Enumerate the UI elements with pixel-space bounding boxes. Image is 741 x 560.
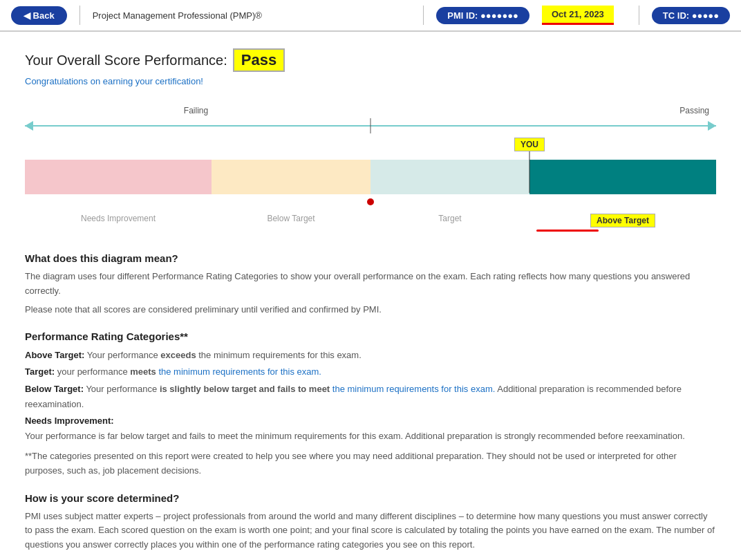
score-diagram: Failing Passing YOU Needs Improv bbox=[25, 106, 716, 232]
tc-id-label: TC ID: ●●●●● bbox=[652, 7, 730, 24]
arrow-left-icon bbox=[25, 121, 33, 131]
you-line bbox=[529, 151, 530, 193]
header-divider2 bbox=[423, 6, 424, 25]
score-section-title: How is your score determined? bbox=[25, 492, 716, 504]
rating-needs-improvement-text: Your performance is far below target and… bbox=[25, 431, 685, 441]
arrow-bar-container bbox=[25, 118, 716, 133]
score-dot bbox=[367, 198, 374, 205]
rating-below-target-rest: the minimum requirements for this exam. bbox=[330, 384, 495, 394]
title-row: Your Overall Score Performance: Pass bbox=[25, 48, 716, 72]
subtitle: Congratulations on earning your certific… bbox=[25, 76, 716, 86]
rating-needs-improvement: Needs Improvement: Your performance is f… bbox=[25, 413, 716, 444]
perf-labels: Needs Improvement Below Target Target Ab… bbox=[25, 214, 716, 232]
back-button[interactable]: ◀ Back bbox=[11, 6, 67, 25]
label-below-target: Below Target bbox=[212, 214, 370, 232]
axis-pass-label: Passing bbox=[367, 106, 716, 115]
rating-above-target-bold: exceeds bbox=[160, 350, 196, 360]
rating-section: Performance Rating Categories** Above Ta… bbox=[25, 330, 716, 478]
above-target-underline bbox=[536, 230, 599, 232]
exam-name: Project Management Professional (PMP)® bbox=[93, 10, 411, 21]
rating-needs-improvement-label: Needs Improvement: bbox=[25, 416, 114, 426]
arrow-right-icon bbox=[708, 121, 716, 131]
header-bar: ◀ Back Project Management Professional (… bbox=[0, 0, 741, 32]
rating-below-target-bold: is slightly below target and fails to me… bbox=[160, 384, 330, 394]
diagram-section-title: What does this diagram mean? bbox=[25, 252, 716, 264]
label-needs-improvement: Needs Improvement bbox=[25, 214, 212, 232]
score-title: Your Overall Score Performance: bbox=[25, 53, 227, 68]
rating-above-target: Above Target: Your performance exceeds t… bbox=[25, 348, 716, 363]
label-target: Target bbox=[370, 214, 529, 232]
label-above-target: Above Target bbox=[529, 214, 716, 232]
rating-below-target-text: Your performance bbox=[86, 384, 159, 394]
diagram-para1: The diagram uses four different Performa… bbox=[25, 270, 716, 299]
score-para1: PMI uses subject matter experts – projec… bbox=[25, 510, 716, 552]
performance-bars bbox=[25, 160, 716, 194]
bar-needs-improvement bbox=[25, 160, 212, 194]
pass-badge: Pass bbox=[233, 48, 285, 72]
header-divider3 bbox=[639, 6, 639, 25]
pmi-id-label: PMI ID: ●●●●●●● bbox=[436, 7, 529, 24]
rating-target: Target: your performance meets the minim… bbox=[25, 364, 716, 380]
diagram-section: What does this diagram mean? The diagram… bbox=[25, 252, 716, 317]
rating-target-rest: the minimum requirements for this exam. bbox=[156, 366, 321, 377]
header-divider bbox=[79, 6, 80, 25]
rating-section-title: Performance Rating Categories** bbox=[25, 330, 716, 342]
axis-labels: Failing Passing bbox=[25, 106, 716, 115]
above-target-badge: Above Target bbox=[590, 214, 655, 227]
bar-target bbox=[370, 160, 529, 194]
rating-above-target-label: Above Target: bbox=[25, 350, 84, 360]
rating-target-text: your performance bbox=[57, 366, 131, 377]
bar-below-target bbox=[212, 160, 370, 194]
rating-below-target: Below Target: Your performance is slight… bbox=[25, 382, 716, 412]
rating-above-target-rest: the minimum requirements for this exam. bbox=[196, 350, 362, 360]
exam-date: Oct 21, 2023 bbox=[542, 6, 614, 25]
rating-target-label: Target: bbox=[25, 366, 55, 377]
main-content: Your Overall Score Performance: Pass Con… bbox=[0, 32, 741, 560]
dot-row bbox=[25, 194, 716, 208]
you-marker-container: YOU bbox=[25, 138, 716, 158]
fail-pass-divider bbox=[370, 118, 371, 133]
rating-target-bold: meets bbox=[130, 366, 156, 377]
rating-below-target-label: Below Target: bbox=[25, 384, 84, 394]
axis-fail-label: Failing bbox=[25, 106, 367, 115]
asterisk-note: **The categories presented on this repor… bbox=[25, 449, 716, 478]
diagram-para2: Please note that all scores are consider… bbox=[25, 303, 716, 317]
score-section: How is your score determined? PMI uses s… bbox=[25, 492, 716, 552]
bar-above-target bbox=[529, 160, 716, 194]
rating-above-target-text: Your performance bbox=[87, 350, 160, 360]
you-label: YOU bbox=[514, 138, 545, 151]
